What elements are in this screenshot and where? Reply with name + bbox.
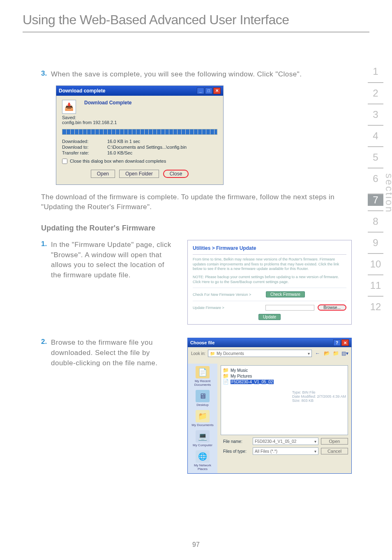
updating-firmware-heading: Updating the Router's Firmware [41,224,363,233]
check-firmware-button[interactable]: Check Firmware [266,291,305,297]
place-documents[interactable]: 📁My Documents [191,410,214,427]
up-icon[interactable]: 📂 [323,350,330,357]
back-icon[interactable]: ← [314,350,321,357]
help-icon[interactable]: ? [333,339,341,346]
firmware-note: NOTE: Please backup your current setting… [193,275,346,284]
downloaded-value: 16.0 KB in 1 sec [107,139,217,144]
download-complete-dialog: Download complete _ □ ✕ 📥 Download Compl… [56,85,224,185]
step-1-number: 1. [41,240,51,281]
close-when-done-checkbox[interactable] [62,159,67,164]
folder-my-pictures[interactable]: 📁My Pictures [223,373,346,379]
section-tab-11[interactable]: 11 [368,274,383,296]
file-type-field[interactable]: All Files (*.*)▾ [253,447,318,455]
maximize-icon[interactable]: □ [205,88,212,94]
place-network[interactable]: 🌐My Network Places [191,450,214,471]
open-folder-button[interactable]: Open Folder [119,170,159,178]
section-tab-7[interactable]: 7 [368,194,383,206]
downloadto-value: C:\Documents and Settings...\config.bin [107,145,217,150]
close-button[interactable]: Close [163,170,189,178]
step-1-text: In the "Firmware Update" page, click "Br… [51,240,177,281]
downloadto-label: Download to: [62,145,107,150]
section-tab-12[interactable]: 12 [368,296,383,317]
lookin-label: Look in: [191,351,205,356]
update-button[interactable]: Update [258,314,281,320]
file-firmware-bin[interactable]: 📄F5D8230-4_V1_05_02 [223,379,346,385]
page-number: 97 [0,541,392,548]
section-nav: 1 2 3 4 5 6 7 8 9 10 11 12 [368,61,383,317]
folder-my-music[interactable]: 📁My Music [223,367,346,373]
firmware-update-panel: Utilities > Firmware Update From time to… [187,240,352,325]
open-button[interactable]: Open [91,170,115,178]
saved-value: config.bin from 192.168.2.1 [62,120,117,125]
file-name-field[interactable]: F5D8230-4_V1_05_02▾ [253,438,318,445]
lookin-select[interactable]: 📁 My Documents ▾ [208,350,312,357]
place-computer[interactable]: 💻My Computer [191,430,214,447]
file-tooltip: Type: BIN File Date Modified: 2/7/2005 4… [292,390,346,403]
file-type-label: Files of type: [221,449,250,454]
download-complete-heading: Download Complete [84,100,131,106]
close-when-done-label: Close this dialog box when download comp… [70,159,166,164]
file-name-label: File name: [221,439,250,444]
place-desktop[interactable]: 🖥Desktop [191,390,214,407]
section-tab-6[interactable]: 6 [368,168,383,189]
views-icon[interactable]: ▤▾ [341,350,348,357]
section-tab-4[interactable]: 4 [368,125,383,146]
transfer-value: 16.0 KB/Sec [107,150,217,155]
firmware-description: From time to time, Belkin may release ne… [193,257,346,272]
check-firmware-label: Check For New Firmware Version > [193,293,263,297]
step-2-number: 2. [41,338,51,368]
browse-button[interactable]: Browse... [318,304,346,311]
file-dialog: Choose file ? ✕ Look in: 📁 My Documents … [187,338,352,474]
dialog-title: Download complete [59,88,105,94]
file-dialog-close-icon[interactable]: ✕ [341,339,349,346]
section-tab-8[interactable]: 8 [368,210,383,232]
cancel-button[interactable]: Cancel [321,448,348,454]
saved-label: Saved: [62,115,76,120]
open-file-button[interactable]: Open [321,438,348,445]
section-tab-9[interactable]: 9 [368,232,383,253]
step-3-text: When the save is complete, you will see … [51,69,302,80]
section-tab-1[interactable]: 1 [368,61,383,82]
update-firmware-label: Update Firmware > [193,306,262,310]
section-tab-5[interactable]: 5 [368,146,383,168]
page-title: Using the Web-Based Advanced User Interf… [23,12,369,32]
download-icon: 📥 [62,100,76,114]
firmware-path-input[interactable] [265,305,314,311]
places-bar: 📄My Recent Documents 🖥Desktop 📁My Docume… [188,364,217,473]
breadcrumb: Utilities > Firmware Update [193,244,346,255]
step-2-text: Browse to the firmware file you download… [51,338,177,368]
section-tab-2[interactable]: 2 [368,82,383,104]
section-tab-10[interactable]: 10 [368,253,383,274]
newfolder-icon[interactable]: 📁 [332,350,339,357]
step-3-number: 3. [41,69,51,80]
transfer-label: Transfer rate: [62,150,107,155]
minimize-icon[interactable]: _ [197,88,204,94]
progress-bar [62,129,217,135]
lookin-value: My Documents [217,351,244,356]
section-label: section [383,173,392,213]
file-list[interactable]: 📁My Music 📁My Pictures 📄F5D8230-4_V1_05_… [221,365,348,435]
download-complete-paragraph: The download of the firmware is complete… [41,192,363,212]
section-tab-3[interactable]: 3 [368,104,383,125]
downloaded-label: Downloaded: [62,139,107,144]
close-icon[interactable]: ✕ [213,88,221,94]
file-dialog-title: Choose file [190,340,214,345]
place-recent[interactable]: 📄My Recent Documents [191,366,214,387]
